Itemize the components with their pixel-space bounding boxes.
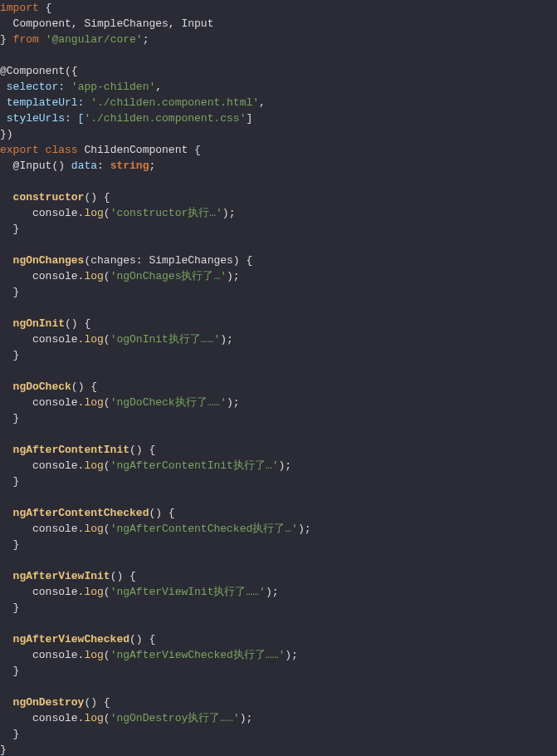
selector-val: 'app-childen'	[71, 81, 155, 93]
bracket: ]	[246, 112, 252, 125]
console: console.	[0, 333, 84, 346]
paren-brace: () {	[84, 696, 110, 709]
comma: ,	[155, 81, 162, 93]
selector-key: selector:	[0, 81, 71, 93]
fn-log: log	[84, 649, 103, 661]
imports-list: Component, SimpleChanges, Input	[0, 17, 213, 30]
fn-log: log	[84, 586, 103, 598]
kw-import: import	[0, 2, 39, 14]
paren-close: );	[285, 649, 298, 661]
fn-ngaftercontentinit: ngAfterContentInit	[0, 444, 129, 456]
fn-ngafterviewchecked: ngAfterViewChecked	[0, 633, 129, 646]
paren-close: );	[220, 333, 233, 346]
class-close: }	[0, 744, 7, 756]
brace-close: }	[0, 33, 13, 46]
brace-close: }	[0, 223, 19, 235]
brace-close: }	[0, 349, 19, 361]
colon: :	[97, 160, 110, 172]
paren: (	[104, 712, 110, 724]
params: (changes: SimpleChanges) {	[84, 254, 252, 267]
paren-close: );	[278, 459, 291, 472]
decorator: @Component({	[0, 65, 78, 77]
fn-log: log	[84, 396, 103, 409]
comma: ,	[259, 96, 266, 109]
console: console.	[0, 207, 84, 219]
class-name: ChildenComponent {	[78, 144, 201, 156]
paren-brace: () {	[149, 507, 174, 519]
console: console.	[0, 586, 84, 598]
fn-log: log	[84, 712, 103, 724]
brace: {	[39, 2, 52, 14]
fn-ngdocheck: ngDoCheck	[0, 380, 71, 393]
paren-brace: () {	[71, 380, 97, 393]
log-msg: 'ngAfterViewChecked执行了……'	[110, 649, 286, 661]
fn-constructor: constructor	[0, 191, 84, 204]
log-msg: 'ngAfterContentChecked执行了…'	[110, 523, 298, 535]
paren-close: );	[266, 586, 279, 598]
semi: ;	[143, 33, 149, 46]
brace-close: }	[0, 538, 19, 551]
paren: (	[104, 396, 110, 409]
code-editor[interactable]: import { Component, SimpleChanges, Input…	[0, 0, 557, 756]
prop-data: data	[71, 160, 97, 172]
paren-brace: () {	[65, 317, 90, 330]
styleurls-key: styleUrls: [	[0, 112, 84, 125]
templateurl-key: templateUrl:	[0, 96, 90, 109]
fn-ngonchanges: ngOnChanges	[0, 254, 84, 267]
paren-close: );	[222, 207, 236, 219]
semi: ;	[149, 160, 155, 172]
console: console.	[0, 459, 84, 472]
type-string: string	[110, 160, 149, 172]
templateurl-val: './childen.component.html'	[90, 96, 259, 109]
brace-close: }	[0, 601, 19, 614]
fn-ngondestroy: ngOnDestroy	[0, 696, 84, 709]
paren: (	[104, 586, 110, 598]
paren: (	[104, 333, 110, 346]
log-msg: 'constructor执行…'	[110, 207, 222, 219]
brace-close: }	[0, 412, 19, 425]
styleurls-val: './childen.component.css'	[84, 112, 246, 125]
paren: (	[104, 523, 110, 535]
paren-close: );	[240, 712, 253, 724]
fn-ngaftercontentchecked: ngAfterContentChecked	[0, 507, 149, 519]
console: console.	[0, 270, 84, 282]
log-msg: 'ogOnInit执行了……'	[110, 333, 221, 346]
fn-ngoninit: ngOnInit	[0, 317, 65, 330]
fn-log: log	[84, 523, 103, 535]
log-msg: 'ngAfterContentInit执行了…'	[110, 459, 279, 472]
brace-close: }	[0, 728, 19, 740]
paren-close: );	[227, 396, 240, 409]
paren: (	[104, 459, 110, 472]
fn-log: log	[84, 207, 103, 219]
brace-close: }	[0, 665, 19, 677]
console: console.	[0, 649, 84, 661]
fn-log: log	[84, 459, 103, 472]
kw-export-class: export class	[0, 144, 78, 156]
paren-close: );	[227, 270, 240, 282]
log-msg: 'ngDoCheck执行了……'	[110, 396, 227, 409]
brace-close: }	[0, 286, 19, 298]
brace-close: }	[0, 475, 19, 488]
paren-close: );	[298, 523, 311, 535]
log-msg: 'ngOnChages执行了…'	[110, 270, 227, 282]
log-msg: 'ngAfterViewInit执行了……'	[110, 586, 266, 598]
decorator-close: })	[0, 128, 13, 140]
console: console.	[0, 712, 84, 724]
fn-ngafterviewinit: ngAfterViewInit	[0, 570, 110, 582]
console: console.	[0, 523, 84, 535]
paren: (	[104, 649, 110, 661]
paren-brace: () {	[84, 191, 110, 204]
paren-brace: () {	[129, 633, 155, 646]
input-decorator: @Input()	[0, 160, 71, 172]
fn-log: log	[84, 333, 103, 346]
fn-log: log	[84, 270, 103, 282]
log-msg: 'ngOnDestroy执行了……'	[110, 712, 240, 724]
paren-brace: () {	[129, 444, 155, 456]
console: console.	[0, 396, 84, 409]
module-path: '@angular/core'	[39, 33, 143, 46]
kw-from: from	[13, 33, 39, 46]
paren: (	[104, 270, 110, 282]
paren-brace: () {	[110, 570, 136, 582]
paren: (	[104, 207, 110, 219]
